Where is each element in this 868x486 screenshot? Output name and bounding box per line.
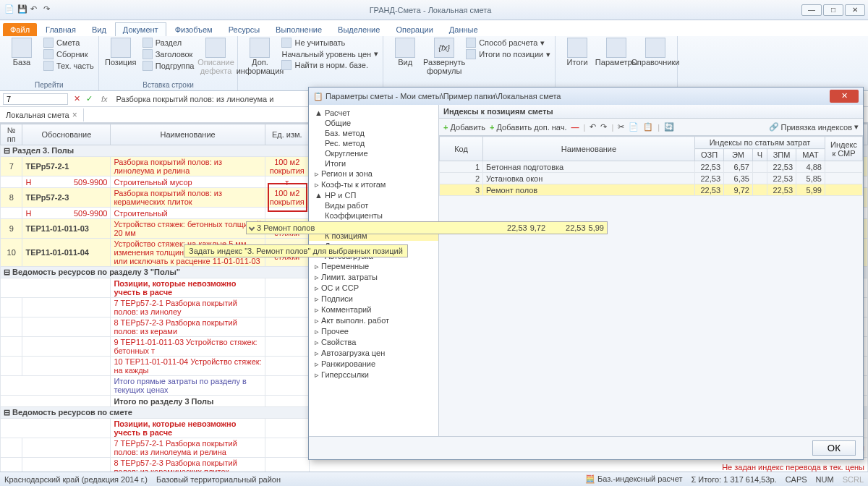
itogipo-button[interactable]: Итоги по позиции ▾	[466, 49, 550, 59]
quick-access-toolbar: 📄 💾 ↶ ↷	[0, 4, 59, 16]
dialog-title-bar[interactable]: 📋 Параметры сметы - Мои сметы\Пример пап…	[309, 88, 863, 105]
tab-physvol[interactable]: Физобъем	[168, 23, 220, 36]
tab-view[interactable]: Вид	[85, 23, 114, 36]
col-naim[interactable]: Наименование	[111, 124, 265, 145]
tab-resources[interactable]: Ресурсы	[221, 23, 267, 36]
index-table[interactable]: Код Наименование Индексы по статьям затр…	[439, 136, 863, 196]
close-tab-icon[interactable]: ×	[72, 110, 77, 120]
sbornik-button[interactable]: Сборник	[43, 49, 94, 59]
tree-item[interactable]: ▹ Акт выполн. работ	[309, 315, 438, 326]
tekh-button[interactable]: Тех. часть	[43, 61, 94, 71]
params-tree[interactable]: ▲ РасчетОбщиеБаз. методРес. методОкругле…	[309, 105, 439, 436]
tree-item[interactable]: Виды работ	[309, 200, 438, 210]
tree-item[interactable]: ▹ ОС и ССР	[309, 283, 438, 294]
add-button[interactable]: +Добавить	[443, 123, 485, 132]
worksheet-tab[interactable]: Локальная смета×	[0, 108, 84, 122]
sprav-button[interactable]: Справочники	[638, 38, 673, 67]
status-calc: 🧮 Баз.-индексный расчет	[585, 474, 683, 484]
maximize-button[interactable]: □	[823, 4, 843, 16]
status-bar: Краснодарский край (редакция 2014 г.) Ба…	[0, 472, 868, 486]
podgruppa-button[interactable]: Подгруппа	[142, 61, 195, 71]
tree-item[interactable]: ▹ Переменные	[309, 261, 438, 272]
undo-icon[interactable]: ↶	[590, 122, 596, 132]
tree-item[interactable]: ▹ Подписи	[309, 294, 438, 304]
zagolovok-button[interactable]: Заголовок	[142, 49, 195, 59]
fx-label: fx	[101, 95, 108, 103]
itogi-button[interactable]: Итоги	[560, 38, 595, 67]
vid-button[interactable]: Вид	[388, 38, 422, 67]
col-obosn[interactable]: Обоснование	[22, 124, 111, 145]
sposob-button[interactable]: Способ расчета ▾	[466, 38, 550, 48]
index-row[interactable]: 2Установка окон22,536,3522,535,85	[440, 173, 863, 184]
position-button[interactable]: Позиция	[103, 38, 138, 67]
save-icon[interactable]: 💾	[17, 4, 29, 16]
cell-ref-input[interactable]	[3, 93, 68, 105]
defect-button[interactable]: Описание дефекта	[198, 38, 233, 75]
remove-button[interactable]: —	[571, 123, 579, 132]
redo-icon[interactable]: ↷	[43, 4, 55, 16]
tree-item[interactable]: ▹ Регион и зона	[309, 169, 438, 179]
tree-item[interactable]: Коэффициенты	[309, 210, 438, 221]
group-goto-label: Перейти	[4, 81, 94, 89]
status-scrl: SCRL	[843, 475, 864, 484]
dialog-close-button[interactable]: ✕	[830, 90, 859, 103]
cancel-icon[interactable]: ✕	[74, 94, 80, 103]
tree-item[interactable]: Баз. метод	[309, 128, 438, 138]
title-bar: 📄 💾 ↶ ↷ ГРАНД-Смета - Локальная смета — …	[0, 0, 868, 20]
tree-item[interactable]: ▹ Автозагрузка цен	[309, 348, 438, 359]
tab-main[interactable]: Главная	[38, 23, 83, 36]
baza-button[interactable]: База	[4, 38, 39, 67]
index-row[interactable]: 3Ремонт полов22,539,7222,535,99	[440, 184, 863, 196]
tab-execution[interactable]: Выполнение	[268, 23, 329, 36]
dopinfo-button[interactable]: Доп. информация	[242, 38, 277, 75]
tree-item[interactable]: ▲ НР и СП	[309, 190, 438, 200]
tree-item[interactable]: ▹ Ранжирование	[309, 359, 438, 370]
tree-item[interactable]: ▹ Лимит. затраты	[309, 272, 438, 283]
tree-item[interactable]: Итоги	[309, 158, 438, 169]
status-sum: Σ Итого: 1 317 614,53р.	[691, 475, 776, 484]
tab-data[interactable]: Данные	[442, 23, 485, 36]
smeta-button[interactable]: Смета	[43, 38, 94, 48]
tree-item[interactable]: ▹ Свойства	[309, 337, 438, 348]
tab-selection[interactable]: Выделение	[331, 23, 387, 36]
close-button[interactable]: ✕	[845, 4, 865, 16]
paste-icon[interactable]: 📋	[643, 122, 653, 132]
nachurov-button[interactable]: Начальный уровень цен ▾	[281, 49, 378, 59]
col-npp[interactable]: № пп	[1, 124, 22, 145]
redo-icon[interactable]: ↷	[600, 122, 607, 132]
col-edizm[interactable]: Ед. изм.	[265, 124, 309, 145]
tree-item[interactable]: ▹ Гиперссылки	[309, 370, 438, 380]
tree-item[interactable]: ▹ Коэф-ты к итогам	[309, 179, 438, 190]
naiti-button[interactable]: Найти в норм. базе.	[281, 60, 378, 70]
accept-icon[interactable]: ✓	[86, 94, 93, 103]
cut-icon[interactable]: ✂	[618, 122, 624, 132]
ok-button[interactable]: ОК	[812, 440, 856, 456]
index-row[interactable]: 1Бетонная подготовка22,536,5722,534,88	[440, 161, 863, 173]
bind-indexes-button[interactable]: 🔗 Привязка индексов ▾	[769, 122, 859, 132]
razvernut-button[interactable]: {fx}Развернуть формулы	[427, 38, 461, 75]
tree-item[interactable]: ▹ Прочее	[309, 326, 438, 337]
status-num: NUM	[816, 475, 834, 484]
tree-item[interactable]: Округление	[309, 148, 438, 158]
dialog-header: Индексы к позициям сметы	[439, 105, 863, 119]
tab-operations[interactable]: Операции	[388, 23, 440, 36]
refresh-icon[interactable]: 🔄	[664, 122, 674, 132]
tree-item[interactable]: Рес. метод	[309, 138, 438, 148]
status-caps: CAPS	[786, 475, 807, 484]
tab-file[interactable]: Файл	[3, 23, 37, 36]
tree-item[interactable]: Общие	[309, 118, 438, 128]
tree-item[interactable]: ▹ Комментарий	[309, 304, 438, 315]
neuchit-button[interactable]: Не учитывать	[281, 38, 378, 48]
ribbon-tabs: Файл Главная Вид Документ Физобъем Ресур…	[0, 20, 868, 36]
new-icon[interactable]: 📄	[4, 4, 16, 16]
copy-icon[interactable]: 📄	[629, 122, 639, 132]
razdel-button[interactable]: Раздел	[142, 38, 195, 48]
dialog-title: 📋 Параметры сметы - Мои сметы\Пример пап…	[313, 92, 830, 101]
undo-icon[interactable]: ↶	[30, 4, 42, 16]
param-button[interactable]: Параметры	[599, 38, 634, 67]
minimize-button[interactable]: —	[801, 4, 822, 16]
dialog-toolbar: +Добавить +Добавить доп. нач. — | ↶ ↷ | …	[439, 119, 863, 136]
add-nach-button[interactable]: +Добавить доп. нач.	[490, 123, 566, 132]
tab-document[interactable]: Документ	[115, 22, 166, 36]
tree-item[interactable]: ▲ Расчет	[309, 108, 438, 118]
